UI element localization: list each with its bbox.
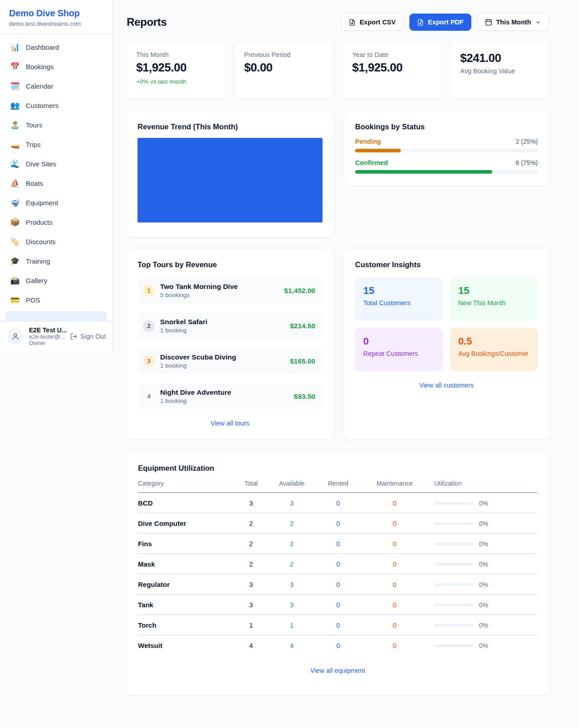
equipment-header-row: Category Total Available Rented Maintena…	[138, 480, 537, 493]
sidebar-item[interactable]: 📊 Dashboard	[5, 38, 107, 56]
sidebar-item[interactable]: 👥 Customers	[5, 97, 107, 114]
utilization-cell: 0%	[430, 581, 537, 588]
sidebar-item[interactable]: 📅 Bookings	[5, 58, 107, 75]
table-row: Mask 2 2 0 0 0%	[138, 554, 537, 574]
tour-revenue: $93.50	[294, 392, 315, 401]
sidebar-item[interactable]: 💳 POS	[5, 291, 107, 308]
sidebar-item[interactable]: 📦 Products	[5, 213, 107, 231]
equipment-utilization-card: Equipment Utilization Category Total Ava…	[127, 453, 549, 695]
equipment-category: BCD	[138, 493, 235, 513]
tour-name: Discover Scuba Diving	[160, 353, 285, 361]
equipment-maintenance: 0	[360, 635, 430, 656]
equipment-available: 1	[267, 615, 317, 635]
stat-delta: +0% vs last month	[136, 78, 215, 85]
insight-value: 0.5	[458, 336, 530, 347]
sidebar-item[interactable]: 🤿 Equipment	[5, 194, 107, 211]
equipment-total: 3	[235, 493, 267, 513]
status-progress-track	[355, 149, 538, 152]
utilization-progress-track	[434, 624, 473, 627]
utilization-percent: 0%	[479, 500, 488, 507]
customer-insights-title: Customer Insights	[355, 260, 538, 269]
utilization-percent: 0%	[479, 540, 488, 548]
sidebar-item[interactable]: 🏷️ Discounts	[5, 233, 107, 250]
table-row: Torch 1 1 0 0 0%	[138, 615, 537, 635]
sidebar-item-label: Trips	[26, 141, 41, 148]
equipment-rented: 0	[317, 595, 360, 615]
col-available: Available	[267, 480, 317, 493]
status-progress-fill	[355, 170, 492, 174]
sidebar-item-icon: 🤿	[10, 198, 20, 207]
tour-revenue: $1,452.00	[284, 287, 315, 295]
export-csv-button[interactable]: Export CSV	[341, 14, 403, 31]
status-count: 2 (25%)	[516, 138, 538, 145]
sign-out-icon	[70, 333, 77, 340]
view-all-tours-link[interactable]: View all tours	[138, 420, 323, 427]
file-download-icon	[417, 19, 424, 26]
sidebar-item-icon: 📸	[10, 276, 20, 285]
page-title: Reports	[127, 16, 167, 28]
tour-row[interactable]: 1 Two Tank Morning Dive 5 bookings $1,45…	[138, 278, 323, 303]
stat-value: $0.00	[244, 61, 323, 75]
view-all-equipment-link[interactable]: View all equipment	[138, 667, 537, 674]
status-rows: Pending 2 (25%) Confirmed 6 (75%)	[355, 138, 538, 174]
sidebar-item-icon: 📦	[10, 217, 20, 227]
status-label: Confirmed	[355, 159, 388, 166]
equipment-rented: 0	[317, 635, 360, 656]
tour-row[interactable]: 4 Night Dive Adventure 1 booking $93.50	[138, 383, 323, 409]
tour-row[interactable]: 3 Discover Scuba Diving 1 booking $165.0…	[138, 348, 323, 374]
utilization-progress-track	[434, 583, 473, 586]
active-nav-item-partial[interactable]	[5, 311, 107, 321]
equipment-maintenance: 0	[360, 534, 430, 554]
utilization-percent: 0%	[479, 581, 488, 588]
tour-meta: Discover Scuba Diving 1 booking	[160, 353, 285, 369]
equipment-total: 2	[235, 534, 267, 554]
sidebar-item[interactable]: ⛵ Boats	[5, 175, 107, 192]
equipment-title: Equipment Utilization	[138, 464, 537, 473]
export-pdf-button[interactable]: Export PDF	[409, 14, 471, 31]
sign-out-button[interactable]: Sign Out	[70, 333, 106, 340]
sidebar-item-icon: 👥	[10, 101, 20, 110]
charts-row: Revenue Trend (This Month) Bookings by S…	[127, 112, 549, 237]
sidebar-item[interactable]: 🚤 Trips	[5, 136, 107, 153]
tour-name: Snorkel Safari	[160, 318, 285, 326]
view-all-customers-link[interactable]: View all customers	[355, 382, 538, 389]
shop-name: Demo Dive Shop	[9, 8, 103, 19]
equipment-rented: 0	[317, 615, 360, 635]
status-progress-track	[355, 170, 538, 174]
insight-tile: 0.5 Avg Bookings/Customer	[450, 328, 538, 371]
tour-row[interactable]: 2 Snorkel Safari 1 booking $214.50	[138, 313, 323, 339]
sidebar-item[interactable]: 📸 Gallery	[5, 272, 107, 289]
equipment-rented: 0	[317, 493, 360, 513]
status-label: Pending	[355, 138, 381, 145]
stat-label: This Month	[136, 51, 215, 58]
status-row: Confirmed 6 (75%)	[355, 159, 538, 174]
table-row: Fins 2 2 0 0 0%	[138, 534, 537, 554]
sidebar-item-icon: 🎓	[10, 256, 20, 265]
equipment-available: 2	[267, 534, 317, 554]
equipment-maintenance: 0	[360, 493, 430, 513]
sidebar-item[interactable]: 🗓️ Calendar	[5, 77, 107, 95]
utilization-percent: 0%	[479, 622, 488, 629]
utilization-progress-track	[434, 563, 473, 566]
sidebar-item[interactable]: 🏝️ Tours	[5, 116, 107, 133]
shop-header: Demo Dive Shop demo.test.divestreams.com	[0, 0, 112, 34]
stat-card: Year to Date $1,925.00	[343, 43, 441, 98]
export-pdf-label: Export PDF	[428, 19, 464, 26]
sidebar-item[interactable]: 🎓 Training	[5, 252, 107, 269]
equipment-total: 1	[235, 615, 267, 635]
sign-out-label: Sign Out	[81, 333, 106, 340]
utilization-progress-track	[434, 543, 473, 545]
period-selector[interactable]: This Month	[477, 14, 549, 31]
tour-rows: 1 Two Tank Morning Dive 5 bookings $1,45…	[138, 278, 323, 409]
stat-value: $1,925.00	[352, 61, 432, 75]
tour-bookings: 1 booking	[160, 397, 289, 404]
stat-label: Previous Period	[244, 51, 323, 58]
top-tours-title: Top Tours by Revenue	[138, 260, 323, 269]
stat-label: Avg Booking Value	[460, 67, 539, 75]
equipment-maintenance: 0	[360, 554, 430, 574]
equipment-category: Regulator	[138, 574, 235, 595]
rank-badge: 3	[143, 355, 155, 367]
insight-label: Total Customers	[363, 299, 435, 307]
utilization-cell: 0%	[430, 500, 537, 507]
sidebar-item[interactable]: 🌊 Dive Sites	[5, 155, 107, 172]
